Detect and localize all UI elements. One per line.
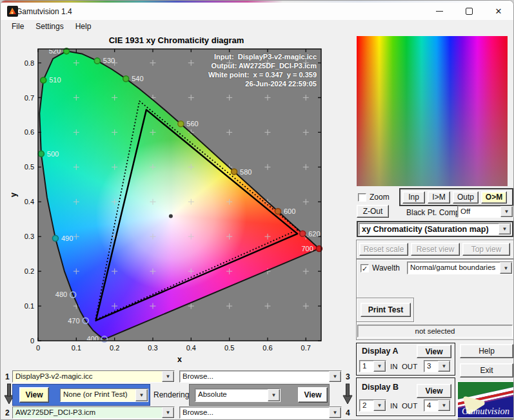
output-profile-value: AW2725DF_DCI-P3.icm	[13, 407, 162, 418]
svg-text:400: 400	[86, 335, 98, 343]
maximize-button[interactable]	[454, 3, 484, 20]
status-bar: not selected	[357, 325, 513, 338]
display-b-out-select[interactable]: 4 ▼	[424, 399, 451, 412]
browse-1-value: Browse...	[180, 371, 329, 382]
annotation-input: Input: DisplayP3-v2-magic.icc	[97, 52, 317, 61]
display-a-in-select[interactable]: 1 ▼	[359, 360, 386, 372]
window-title: Gamutvision 1.4	[16, 7, 72, 16]
display-a-in-value: 1	[360, 361, 373, 372]
display-a-inout-label: IN OUT	[390, 363, 417, 370]
o-to-m-button[interactable]: O>M	[481, 191, 507, 204]
wavelength-marker-520: 520	[49, 47, 70, 55]
wavelength-marker-600: 600	[275, 207, 295, 215]
zoom-checkbox-label: Zoom	[370, 193, 390, 202]
exit-button[interactable]: Exit	[460, 363, 513, 377]
wavelength-marker-500: 500	[38, 150, 59, 158]
saturation-map-preview[interactable]	[357, 36, 508, 186]
input-profile-value: DisplayP3-v2-magic.icc	[13, 371, 162, 382]
dropdown-arrow-icon[interactable]: ▼	[373, 361, 386, 372]
dropdown-arrow-icon[interactable]: ▼	[329, 407, 341, 418]
display-b-view-button[interactable]: View	[417, 384, 451, 398]
menubar: File Settings Help	[1, 20, 513, 33]
dropdown-arrow-icon[interactable]: ▼	[329, 371, 341, 382]
view-select-group: Inp I>M Outp O>M	[399, 188, 513, 206]
rendering-label: Rendering	[153, 390, 189, 399]
display-a-group: Display A View 1 ▼ IN OUT 3 ▼	[356, 343, 455, 376]
print-test-select[interactable]: None (or Print Test) ▼	[60, 388, 148, 402]
view-reset-group: Reset scale Reset view Top view	[356, 240, 514, 259]
browse-1-select[interactable]: Browse... ▼	[179, 370, 342, 383]
display-b-title: Display B	[362, 383, 399, 392]
browse-2-value: Browse...	[180, 407, 329, 418]
zoom-checkbox[interactable]: Zoom	[358, 193, 390, 202]
minimize-icon	[436, 11, 443, 12]
wavelength-marker-480: 480	[55, 291, 76, 298]
gamut-triangle-solid	[96, 110, 298, 320]
svg-text:0.1: 0.1	[72, 344, 81, 352]
input-profile-select[interactable]: DisplayP3-v2-magic.icc ▼	[12, 370, 175, 383]
outp-button[interactable]: Outp	[453, 191, 479, 204]
i-to-m-button[interactable]: I>M	[428, 191, 450, 204]
print-test-select-value: None (or Print Test)	[61, 389, 135, 401]
map-select[interactable]: xy Chromaticity (Saturation map) ▼	[359, 223, 511, 235]
wavelth-checkbox[interactable]: ✓ Wavelth	[361, 263, 400, 272]
dropdown-arrow-icon[interactable]: ▼	[499, 224, 511, 234]
chromaticity-chart: CIE 1931 xy Chromaticity diagram 4004704…	[1, 33, 352, 368]
dropdown-arrow-icon[interactable]: ▼	[373, 400, 386, 411]
close-button[interactable]: ✕	[484, 3, 513, 20]
rendering-intent-select[interactable]: Absolute ▼	[195, 388, 281, 402]
svg-text:600: 600	[284, 207, 295, 215]
print-test-box: Print Test	[356, 298, 414, 322]
dropdown-arrow-icon[interactable]: ▼	[268, 389, 280, 401]
reset-scale-button[interactable]: Reset scale	[359, 243, 408, 256]
top-view-button[interactable]: Top view	[462, 243, 510, 256]
wavelength-marker-700: 700	[301, 245, 322, 253]
svg-text:480: 480	[55, 291, 67, 298]
boundaries-select[interactable]: Normal/gamut boundaries ▼	[407, 262, 513, 274]
wavelth-checkbox-box[interactable]: ✓	[361, 264, 369, 272]
dropdown-arrow-icon[interactable]: ▼	[438, 400, 450, 411]
white-point-marker	[169, 214, 173, 218]
black-pt-comp-label: Black Pt. Comp.	[406, 208, 462, 217]
dropdown-arrow-icon[interactable]: ▼	[500, 262, 512, 274]
svg-text:470: 470	[68, 317, 79, 325]
display-a-view-button[interactable]: View	[417, 345, 451, 358]
minimize-button[interactable]	[424, 3, 454, 20]
gamutvision-logo-text: Gamutvision	[462, 406, 509, 416]
dropdown-arrow-icon[interactable]: ▼	[162, 371, 174, 382]
zoom-checkbox-box[interactable]	[358, 193, 366, 202]
rendering-panel: Absolute ▼ View	[189, 384, 330, 406]
x-axis-label: x	[177, 355, 182, 364]
dropdown-arrow-icon[interactable]: ▼	[500, 206, 513, 217]
dropdown-arrow-icon[interactable]: ▼	[438, 361, 450, 372]
print-test-button[interactable]: Print Test	[361, 303, 411, 317]
menu-file[interactable]: File	[6, 21, 30, 33]
reset-view-button[interactable]: Reset view	[411, 243, 460, 256]
z-out-button[interactable]: Z-Out	[357, 205, 389, 218]
plot-frame	[38, 49, 321, 341]
display-b-in-value: 2	[360, 400, 373, 411]
boundaries-select-value: Normal/gamut boundaries	[408, 262, 500, 274]
svg-text:0.4: 0.4	[25, 198, 34, 205]
view-output-button[interactable]: View	[298, 387, 328, 403]
output-profile-select[interactable]: AW2725DF_DCI-P3.icm ▼	[12, 406, 175, 419]
black-pt-comp-select[interactable]: Off ▼	[457, 205, 513, 218]
menu-settings[interactable]: Settings	[30, 21, 69, 33]
svg-text:0.7: 0.7	[301, 344, 311, 352]
menu-help[interactable]: Help	[70, 21, 97, 33]
dropdown-arrow-icon[interactable]: ▼	[162, 407, 174, 418]
svg-text:0.2: 0.2	[110, 344, 119, 352]
gamutvision-logo-image: Gamutvision	[458, 382, 513, 417]
display-a-out-select[interactable]: 3 ▼	[424, 360, 451, 372]
browse-2-select[interactable]: Browse... ▼	[179, 406, 342, 419]
dropdown-arrow-icon[interactable]: ▼	[135, 389, 148, 401]
display-b-inout-label: IN OUT	[390, 402, 417, 410]
display-b-in-select[interactable]: 2 ▼	[359, 399, 386, 412]
inp-button[interactable]: Inp	[402, 191, 425, 204]
svg-text:0.7: 0.7	[25, 94, 34, 102]
help-button[interactable]: Help	[460, 344, 513, 358]
titlebar: Gamutvision 1.4 ✕	[1, 3, 513, 20]
y-axis-label: y	[9, 193, 18, 197]
view-input-button[interactable]: View	[19, 387, 49, 403]
display-b-group: Display B View 2 ▼ IN OUT 4 ▼	[356, 377, 455, 416]
